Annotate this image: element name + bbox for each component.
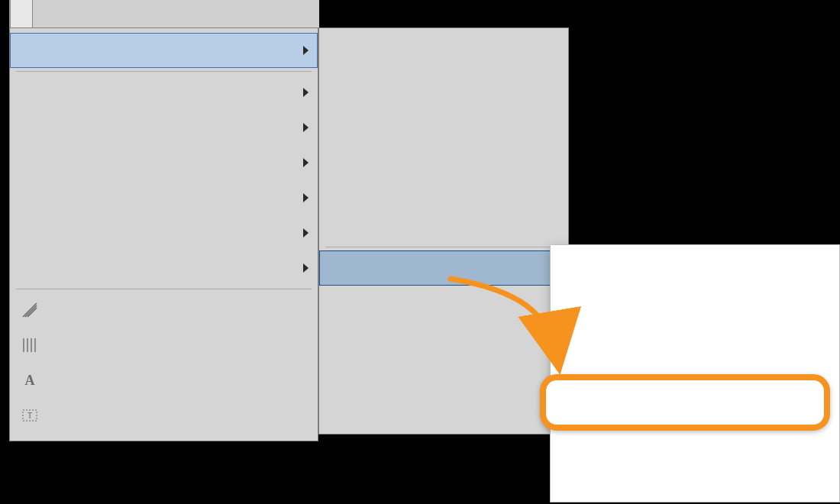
chevron-right-icon <box>303 46 309 55</box>
insert-menu-item-channel[interactable] <box>10 110 318 145</box>
insert-menu-item-arrows[interactable] <box>10 250 318 286</box>
insert-menu-item-text-label[interactable]: T <box>10 398 318 433</box>
menu-separator <box>16 71 312 72</box>
insert-menu-item-cycle-line[interactable] <box>10 328 318 363</box>
menu-separator <box>325 247 562 247</box>
insert-menu-item-gann[interactable] <box>10 145 318 180</box>
text-label-icon: T <box>16 407 44 424</box>
menubar <box>9 0 319 27</box>
trend-item-adx[interactable] <box>551 250 839 285</box>
menu-separator <box>16 289 312 289</box>
trend-item-standard-deviation[interactable] <box>551 460 839 496</box>
text-icon: A <box>16 373 44 387</box>
menubar-item-chart[interactable] <box>33 0 55 27</box>
menubar-item-window[interactable] <box>77 0 99 27</box>
insert-menu-item-fibonacci[interactable] <box>10 180 318 215</box>
chevron-right-icon <box>303 123 309 132</box>
indicator-item-oscillator[interactable] <box>319 286 568 321</box>
indicator-item-custom[interactable] <box>319 391 568 426</box>
trend-submenu <box>550 244 840 502</box>
insert-menu: A T <box>9 27 318 441</box>
callout-moving-average <box>540 374 830 431</box>
indicator-item-adx[interactable] <box>319 138 568 173</box>
chevron-right-icon <box>303 88 309 97</box>
trend-item-envelopes[interactable] <box>551 320 839 355</box>
insert-menu-item-andrews-pitchfork[interactable] <box>10 292 318 328</box>
svg-text:T: T <box>27 411 33 420</box>
insert-menu-item-line[interactable] <box>10 75 318 110</box>
menubar-item-insert[interactable] <box>10 0 33 27</box>
indicators-submenu <box>318 27 569 435</box>
insert-menu-item-indicators[interactable] <box>10 33 318 68</box>
indicator-item-trend[interactable] <box>319 250 568 286</box>
chevron-right-icon <box>303 263 309 273</box>
indicator-item-awesome-oscillator[interactable] <box>319 208 568 244</box>
indicator-item-atr[interactable] <box>319 173 568 208</box>
trend-item-bollinger-bands[interactable] <box>551 285 839 320</box>
indicator-item-volume[interactable] <box>319 321 568 356</box>
menubar-item-tools[interactable] <box>55 0 77 27</box>
chevron-right-icon <box>303 228 309 237</box>
chevron-right-icon <box>303 158 309 167</box>
pitchfork-icon <box>16 302 44 318</box>
cycle-lines-icon <box>16 337 44 354</box>
insert-menu-item-shapes[interactable] <box>10 215 318 250</box>
indicator-item-alligator[interactable] <box>319 103 568 138</box>
indicator-item-accelerator-oscillator[interactable] <box>319 33 568 68</box>
indicator-item-bill-williams[interactable] <box>319 356 568 391</box>
chevron-right-icon <box>303 193 309 202</box>
insert-menu-item-text[interactable]: A <box>10 363 318 398</box>
indicator-item-accumulation-distribution[interactable] <box>319 68 568 103</box>
